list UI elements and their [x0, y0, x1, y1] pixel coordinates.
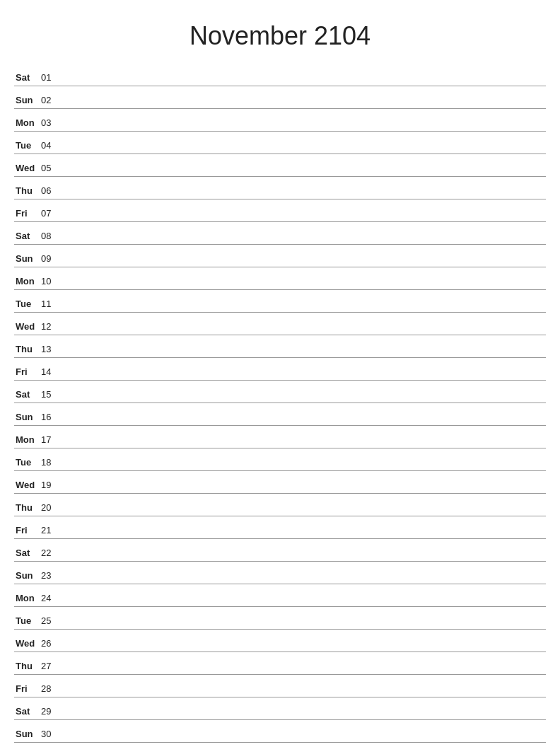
table-row: Wed05 [14, 154, 546, 177]
day-name: Wed [14, 163, 41, 176]
day-number: 24 [41, 593, 64, 606]
day-number: 26 [41, 638, 64, 652]
day-name: Wed [14, 321, 41, 335]
day-name: Fri [14, 683, 41, 697]
day-number: 20 [41, 502, 64, 516]
day-name: Thu [14, 185, 41, 199]
day-name: Tue [14, 299, 41, 312]
day-name: Sat [14, 231, 41, 244]
table-row: Sun02 [14, 86, 546, 109]
day-name: Sat [14, 706, 41, 719]
page-title: November 2104 [14, 14, 546, 51]
day-number: 30 [41, 729, 64, 742]
table-row: Tue18 [14, 448, 546, 471]
table-row: Wed12 [14, 313, 546, 335]
table-row: Mon03 [14, 109, 546, 132]
day-name: Sun [14, 570, 41, 584]
table-row: Thu13 [14, 335, 546, 358]
table-row: Tue25 [14, 607, 546, 630]
day-name: Thu [14, 661, 41, 674]
day-number: 23 [41, 570, 64, 584]
day-number: 18 [41, 457, 64, 470]
day-number: 04 [41, 140, 64, 154]
day-name: Sat [14, 389, 41, 403]
table-row: Sat29 [14, 697, 546, 720]
table-row: Fri07 [14, 199, 546, 222]
day-name: Mon [14, 434, 41, 448]
day-number: 16 [41, 412, 64, 425]
day-number: 07 [41, 208, 64, 221]
day-number: 03 [41, 117, 64, 131]
day-name: Sun [14, 95, 41, 108]
day-name: Sun [14, 253, 41, 267]
day-name: Mon [14, 276, 41, 289]
table-row: Sun23 [14, 562, 546, 584]
table-row: Mon24 [14, 584, 546, 607]
day-name: Fri [14, 208, 41, 221]
day-name: Sat [14, 72, 41, 86]
day-number: 15 [41, 389, 64, 403]
day-name: Sun [14, 729, 41, 742]
day-name: Thu [14, 344, 41, 357]
table-row: Tue04 [14, 132, 546, 154]
day-number: 25 [41, 615, 64, 629]
day-name: Mon [14, 593, 41, 606]
day-name: Tue [14, 140, 41, 154]
day-name: Tue [14, 457, 41, 470]
day-number: 02 [41, 95, 64, 108]
table-row: Tue11 [14, 290, 546, 313]
day-number: 17 [41, 434, 64, 448]
day-number: 19 [41, 480, 64, 493]
day-name: Wed [14, 638, 41, 652]
table-row: Sun30 [14, 720, 546, 743]
table-row: Wed19 [14, 471, 546, 494]
calendar-page: November 2104 Sat01Sun02Mon03Tue04Wed05T… [0, 0, 560, 747]
calendar-table: Sat01Sun02Mon03Tue04Wed05Thu06Fri07Sat08… [14, 64, 546, 743]
day-number: 10 [41, 276, 64, 289]
day-number: 06 [41, 185, 64, 199]
table-row: Fri14 [14, 358, 546, 381]
day-number: 13 [41, 344, 64, 357]
day-name: Fri [14, 366, 41, 380]
table-row: Mon10 [14, 267, 546, 290]
table-row: Thu20 [14, 494, 546, 516]
day-number: 14 [41, 366, 64, 380]
table-row: Sat22 [14, 539, 546, 562]
table-row: Fri21 [14, 516, 546, 539]
table-row: Fri28 [14, 675, 546, 697]
day-name: Tue [14, 615, 41, 629]
day-number: 27 [41, 661, 64, 674]
day-number: 12 [41, 321, 64, 335]
day-number: 21 [41, 525, 64, 538]
day-name: Fri [14, 525, 41, 538]
table-row: Sat01 [14, 64, 546, 86]
table-row: Sun09 [14, 245, 546, 267]
table-row: Mon17 [14, 426, 546, 448]
day-number: 09 [41, 253, 64, 267]
table-row: Thu27 [14, 652, 546, 675]
table-row: Sat08 [14, 222, 546, 245]
day-number: 22 [41, 548, 64, 561]
day-number: 28 [41, 683, 64, 697]
day-name: Sun [14, 412, 41, 425]
day-name: Mon [14, 117, 41, 131]
table-row: Wed26 [14, 630, 546, 652]
day-number: 01 [41, 72, 64, 86]
day-name: Thu [14, 502, 41, 516]
day-name: Sat [14, 548, 41, 561]
day-number: 29 [41, 706, 64, 719]
table-row: Sun16 [14, 403, 546, 426]
table-row: Thu06 [14, 177, 546, 199]
day-name: Wed [14, 480, 41, 493]
table-row: Sat15 [14, 381, 546, 403]
day-number: 08 [41, 231, 64, 244]
day-number: 11 [41, 299, 64, 312]
day-number: 05 [41, 163, 64, 176]
